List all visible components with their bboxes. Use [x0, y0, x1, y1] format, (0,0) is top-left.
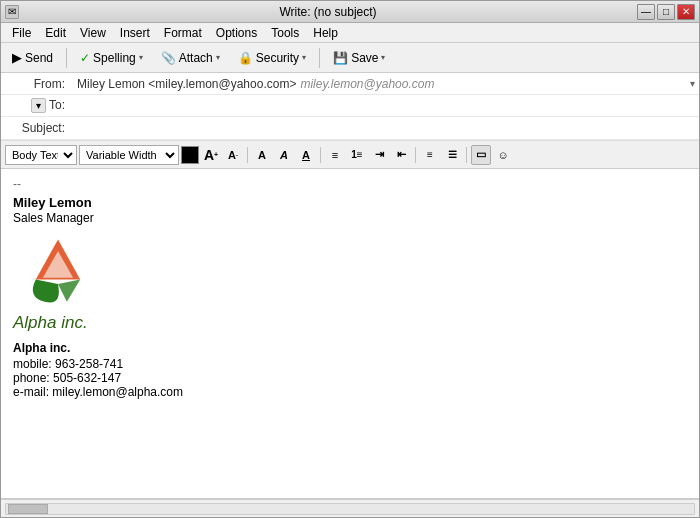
logo-svg — [13, 235, 103, 315]
sig-phone: phone: 505-632-147 — [13, 371, 687, 385]
bold-button[interactable]: A — [252, 145, 272, 165]
save-icon: 💾 — [333, 51, 348, 65]
sig-mobile: mobile: 963-258-741 — [13, 357, 687, 371]
fmt-sep-4 — [466, 147, 467, 163]
subject-row: Subject: — [1, 117, 699, 140]
subject-label: Subject: — [1, 121, 73, 135]
company-logo-text: Alpha inc. — [13, 313, 88, 332]
window-title: Write: (no subject) — [19, 5, 637, 19]
menu-bar: File Edit View Insert Format Options Too… — [1, 23, 699, 43]
save-arrow-icon: ▾ — [381, 53, 385, 62]
menu-help[interactable]: Help — [306, 24, 345, 42]
subject-value — [73, 117, 699, 139]
attach-arrow-icon: ▾ — [216, 53, 220, 62]
from-value: Miley Lemon <miley.lemon@yahoo.com> mile… — [73, 75, 690, 93]
to-expand-button[interactable]: ▾ — [31, 98, 46, 113]
sig-company: Alpha inc. — [13, 341, 687, 355]
menu-format[interactable]: Format — [157, 24, 209, 42]
compose-area[interactable]: -- Miley Lemon Sales Manager Alpha inc. — [1, 169, 699, 499]
paragraph-style-select[interactable]: Body Text — [5, 145, 77, 165]
from-email-display: miley.lemon@yahoo.com — [300, 77, 434, 91]
header-fields: From: Miley Lemon <miley.lemon@yahoo.com… — [1, 73, 699, 141]
underline-button[interactable]: A — [296, 145, 316, 165]
highlight-button[interactable]: ▭ — [471, 145, 491, 165]
toolbar-separator-1 — [66, 48, 67, 68]
check-icon: ✓ — [80, 51, 90, 65]
from-row: From: Miley Lemon <miley.lemon@yahoo.com… — [1, 73, 699, 95]
fmt-sep-1 — [247, 147, 248, 163]
italic-button[interactable]: A — [274, 145, 294, 165]
close-button[interactable]: ✕ — [677, 4, 695, 20]
logo-container: Alpha inc. — [13, 235, 687, 333]
menu-view[interactable]: View — [73, 24, 113, 42]
smiley-button[interactable]: ☺ — [493, 145, 513, 165]
outdent-button[interactable]: ⇤ — [391, 145, 411, 165]
sig-separator: -- — [13, 177, 687, 191]
unordered-list-button[interactable]: ≡ — [325, 145, 345, 165]
lock-icon: 🔒 — [238, 51, 253, 65]
text-color-button[interactable] — [181, 146, 199, 164]
spelling-button[interactable]: ✓ Spelling ▾ — [73, 47, 150, 69]
sig-email: e-mail: miley.lemon@alpha.com — [13, 385, 687, 399]
attach-button[interactable]: 📎 Attach ▾ — [154, 47, 227, 69]
subject-input[interactable] — [77, 119, 695, 137]
format-toolbar: Body Text Variable Width A+ A- A A A ≡ 1… — [1, 141, 699, 169]
sig-name: Miley Lemon — [13, 195, 687, 210]
security-button[interactable]: 🔒 Security ▾ — [231, 47, 313, 69]
menu-tools[interactable]: Tools — [264, 24, 306, 42]
company-logo: Alpha inc. — [13, 235, 103, 333]
font-size-decrease-button[interactable]: A- — [223, 145, 243, 165]
paperclip-icon: 📎 — [161, 51, 176, 65]
fmt-sep-2 — [320, 147, 321, 163]
from-label: From: — [1, 77, 73, 91]
main-window: ✉ Write: (no subject) — □ ✕ File Edit Vi… — [0, 0, 700, 518]
font-select[interactable]: Variable Width — [79, 145, 179, 165]
title-bar: ✉ Write: (no subject) — □ ✕ — [1, 1, 699, 23]
send-button[interactable]: ▶ Send — [5, 46, 60, 69]
toolbar-separator-2 — [319, 48, 320, 68]
from-expand-icon[interactable]: ▾ — [690, 78, 699, 89]
from-name-text: Miley Lemon <miley.lemon@yahoo.com> — [77, 77, 296, 91]
sig-title: Sales Manager — [13, 211, 687, 225]
to-input[interactable] — [77, 99, 695, 113]
minimize-button[interactable]: — — [637, 4, 655, 20]
horizontal-scrollbar[interactable] — [5, 503, 695, 515]
svg-marker-1 — [58, 279, 80, 301]
to-label: ▾ To: — [1, 98, 73, 113]
to-input-area — [73, 97, 699, 115]
menu-insert[interactable]: Insert — [113, 24, 157, 42]
fmt-sep-3 — [415, 147, 416, 163]
ordered-list-button[interactable]: 1≡ — [347, 145, 367, 165]
align-left-button[interactable]: ≡ — [420, 145, 440, 165]
send-icon: ▶ — [12, 50, 22, 65]
main-toolbar: ▶ Send ✓ Spelling ▾ 📎 Attach ▾ 🔒 Securit… — [1, 43, 699, 73]
spelling-arrow-icon: ▾ — [139, 53, 143, 62]
save-button[interactable]: 💾 Save ▾ — [326, 47, 392, 69]
logo-text: Alpha inc. — [13, 313, 103, 333]
menu-file[interactable]: File — [5, 24, 38, 42]
menu-options[interactable]: Options — [209, 24, 264, 42]
scrollbar-thumb[interactable] — [8, 504, 48, 514]
window-controls: — □ ✕ — [637, 4, 695, 20]
menu-edit[interactable]: Edit — [38, 24, 73, 42]
sig-info: Alpha inc. mobile: 963-258-741 phone: 50… — [13, 341, 687, 399]
status-bar — [1, 499, 699, 517]
indent-button[interactable]: ⇥ — [369, 145, 389, 165]
to-row: ▾ To: — [1, 95, 699, 117]
align-center-button[interactable]: ☰ — [442, 145, 462, 165]
font-size-increase-button[interactable]: A+ — [201, 145, 221, 165]
maximize-button[interactable]: □ — [657, 4, 675, 20]
window-icon: ✉ — [5, 5, 19, 19]
security-arrow-icon: ▾ — [302, 53, 306, 62]
